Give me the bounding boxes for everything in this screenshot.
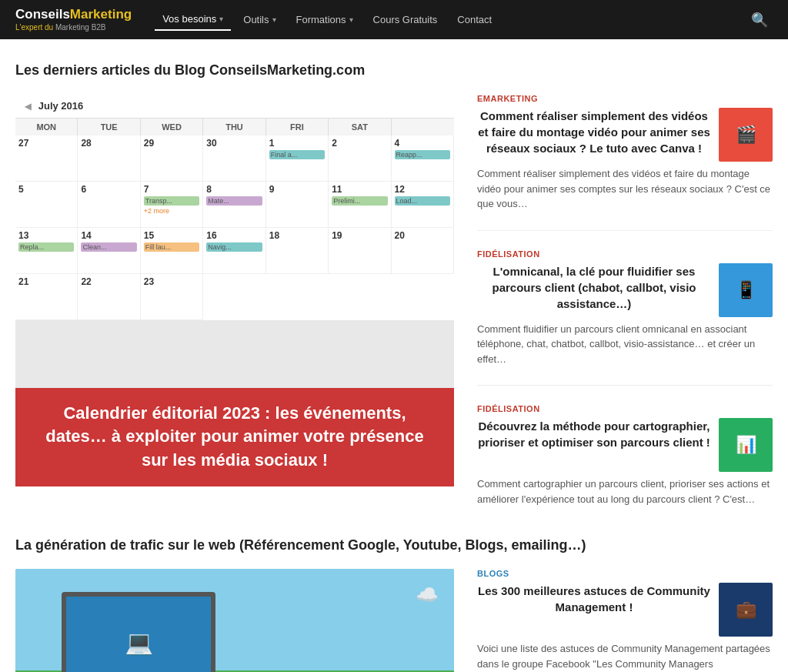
cartoon-screen-content: 💻 [66, 597, 211, 672]
cal-day-thu: THU [203, 119, 265, 135]
nav-item-contact[interactable]: Contact [449, 9, 499, 30]
article-card-2[interactable]: FIDÉLISATION L'omnicanal, la clé pour fl… [477, 249, 773, 367]
section2-title: La génération de trafic sur le web (Réfé… [15, 537, 773, 553]
article-title-section2: Les 300 meilleures astuces de Community … [477, 583, 711, 615]
main-nav: Vos besoins ▾ Outils ▾ Formations ▾ Cour… [155, 8, 746, 31]
article-category-3: FIDÉLISATION [477, 404, 773, 413]
article-grid-section1: ◀ July 2016 MON TUE WED THU FRI SAT 27 [15, 94, 773, 507]
article-thumb-3: 📊 [719, 418, 773, 472]
calendar-event: Repla... [18, 242, 74, 252]
cartoon-screen: 💻 [62, 592, 215, 672]
article-thumb-section2: 💼 [719, 583, 773, 637]
search-icon[interactable]: 🔍 [746, 7, 773, 33]
article-title-1: Comment réaliser simplement des vidéos e… [477, 108, 711, 156]
cal-cell: 7 Transp... +2 more [141, 182, 203, 228]
article-card-3[interactable]: FIDÉLISATION Découvrez la méthode pour c… [477, 404, 773, 507]
cal-day-fri: FRI [266, 119, 329, 135]
articles-right: EMARKETING Comment réaliser simplement d… [477, 94, 773, 507]
cal-cell: 5 [15, 182, 78, 228]
nav-item-cours-gratuits[interactable]: Cours Gratuits [366, 9, 446, 30]
chevron-down-icon: ▾ [349, 15, 353, 24]
cal-cell: 8 Mate... [203, 182, 265, 228]
calendar-event: Final a... [269, 150, 325, 159]
cal-cell: 13 Repla... [15, 228, 78, 274]
cal-cell: 16 Navig... [203, 228, 265, 274]
section2: La génération de trafic sur le web (Réfé… [15, 537, 773, 672]
nav-item-outils[interactable]: Outils ▾ [235, 9, 283, 30]
featured-overlay-text: Calendrier éditorial 2023 : les événemen… [34, 402, 436, 473]
divider [477, 230, 773, 231]
cal-cell: 22 [78, 274, 140, 320]
article-thumb-1: 🎬 [719, 108, 773, 162]
article-excerpt-1: Comment réaliser simplement des vidéos e… [477, 166, 773, 212]
article-excerpt-section2: Voici une liste des astuces de Community… [477, 641, 773, 672]
cal-cell: 4 Reapp... [392, 135, 454, 182]
calendar-event: Navig... [206, 242, 262, 252]
cartoon-cloud: ☁️ [416, 584, 439, 606]
section1-title: Les derniers articles du Blog ConseilsMa… [15, 62, 773, 79]
cal-cell: 27 [15, 135, 78, 182]
cal-cell: 19 [329, 228, 391, 274]
calendar-event: Load... [395, 196, 450, 206]
cal-cell: 6 [78, 182, 140, 228]
article-card-1[interactable]: EMARKETING Comment réaliser simplement d… [477, 94, 773, 212]
cal-day-sat: SAT [329, 119, 391, 135]
calendar-days-header: MON TUE WED THU FRI SAT [15, 119, 454, 135]
logo-conseils: Conseils [15, 7, 70, 22]
cal-cell: 28 [78, 135, 140, 182]
calendar-event: Transp... [144, 196, 199, 206]
article-title-2: L'omnicanal, la clé pour fluidifier ses … [477, 263, 711, 312]
chevron-down-icon: ▾ [219, 15, 223, 23]
divider [477, 385, 773, 386]
featured-article[interactable]: ◀ July 2016 MON TUE WED THU FRI SAT 27 [15, 94, 454, 507]
cal-cell: 11 Prelimi... [329, 182, 391, 228]
featured2-image[interactable]: 💻 🧑 🐦 ☁️ [15, 569, 454, 672]
cal-cell: 12 Load... [392, 182, 454, 228]
article-title-3: Découvrez la méthode pour cartographier,… [477, 418, 711, 450]
cal-cell: 1 Final a... [266, 135, 329, 182]
featured-overlay: Calendrier éditorial 2023 : les événemen… [15, 388, 454, 486]
cal-cell: 29 [141, 135, 203, 182]
article-category-section2: BLOGS [477, 569, 773, 578]
article-row-3: Découvrez la méthode pour cartographier,… [477, 418, 773, 472]
article-row-2: L'omnicanal, la clé pour fluidifier ses … [477, 263, 773, 317]
article-grid-section2: 💻 🧑 🐦 ☁️ BLOGS Les 300 meilleures astuce… [15, 569, 773, 672]
article-category-1: EMARKETING [477, 94, 773, 103]
cal-cell: 15 Fill lau... [141, 228, 203, 274]
article-excerpt-3: Comment cartographier un parcours client… [477, 476, 773, 507]
article-row-section2: Les 300 meilleures astuces de Community … [477, 583, 773, 637]
cal-cell: 14 Clean... [78, 228, 140, 274]
chevron-down-icon: ▾ [272, 15, 276, 24]
calendar-header: ◀ July 2016 [15, 94, 454, 119]
cal-more: +2 more [144, 207, 199, 215]
calendar-event: Reapp... [395, 150, 450, 159]
featured-image: ◀ July 2016 MON TUE WED THU FRI SAT 27 [15, 94, 454, 486]
articles-right2: BLOGS Les 300 meilleures astuces de Comm… [477, 569, 773, 672]
main-content: Les derniers articles du Blog ConseilsMa… [0, 39, 788, 672]
calendar-event: Fill lau... [144, 242, 199, 252]
article-thumb-2: 📱 [719, 263, 773, 317]
article-excerpt-2: Comment fluidifier un parcours client om… [477, 322, 773, 367]
nav-item-formations[interactable]: Formations ▾ [289, 9, 361, 30]
cal-cell: 2 [329, 135, 391, 182]
cal-cell: 20 [392, 228, 454, 274]
nav-item-vos-besoins[interactable]: Vos besoins ▾ [155, 8, 231, 31]
cal-day-mon: MON [15, 119, 78, 135]
calendar-body: 27 28 29 30 1 Final a... 2 4 Reapp... [15, 135, 454, 320]
site-logo[interactable]: ConseilsMarketing L'expert du Marketing … [15, 8, 132, 32]
article-category-2: FIDÉLISATION [477, 249, 773, 259]
cal-cell: 18 [266, 228, 329, 274]
cartoon-illustration: 💻 🧑 🐦 ☁️ [15, 569, 454, 672]
logo-marketing: Marketing [70, 7, 132, 22]
article-row-1: Comment réaliser simplement des vidéos e… [477, 108, 773, 162]
calendar-event: Prelimi... [332, 196, 387, 206]
cal-day-wed: WED [141, 119, 203, 135]
calendar-event: Mate... [206, 196, 262, 206]
cal-day-tue: TUE [78, 119, 140, 135]
article-card-section2[interactable]: BLOGS Les 300 meilleures astuces de Comm… [477, 569, 773, 672]
site-header: ConseilsMarketing L'expert du Marketing … [0, 0, 788, 39]
logo-sub-rest: Marketing B2B [53, 23, 105, 32]
cal-cell: 9 [266, 182, 329, 228]
calendar-event: Clean... [81, 242, 136, 252]
cal-cell: 23 [141, 274, 203, 320]
